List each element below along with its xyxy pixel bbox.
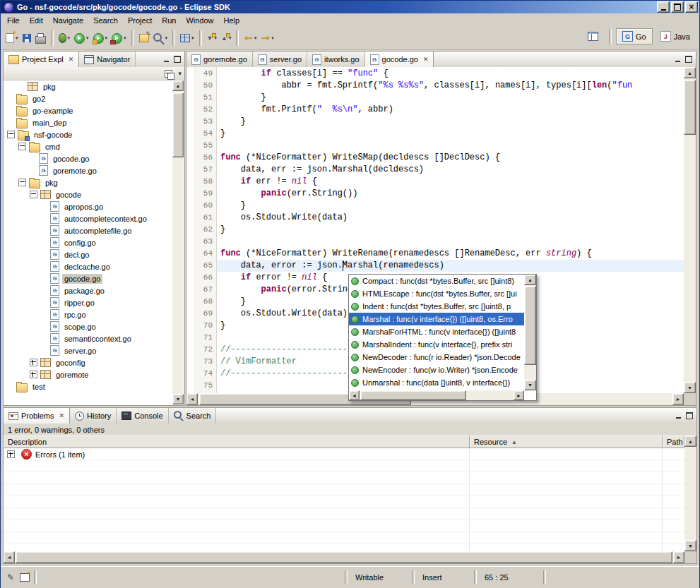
- tree-vertical-scrollbar[interactable]: ▲ ▼: [172, 80, 184, 404]
- tree-item-goremote-go[interactable]: goremote.go: [4, 164, 172, 176]
- completion-item-newdecoder[interactable]: NewDecoder : func(r io.Reader) *json.Dec…: [349, 351, 524, 364]
- dropdown-arrow-icon[interactable]: ▾: [165, 35, 168, 41]
- open-perspective-button[interactable]: [581, 29, 605, 44]
- code-line-54[interactable]: 54}: [186, 128, 684, 140]
- tree-item-server-go[interactable]: server.go: [4, 344, 172, 356]
- tree-item-gocode-go[interactable]: gocode.go: [4, 272, 172, 284]
- debug-button[interactable]: ▾: [57, 28, 73, 48]
- completion-item-compact[interactable]: Compact : func(dst *bytes.Buffer, src []…: [349, 275, 524, 287]
- code-line-64[interactable]: 64func (*NiceFormatter) WriteRename(rena…: [186, 248, 684, 260]
- editor-tab-goremote-go[interactable]: goremote.go: [186, 52, 253, 67]
- external-tools-button[interactable]: ▾: [109, 28, 129, 48]
- scroll-up-button[interactable]: ▲: [684, 436, 696, 447]
- tree-item-apropos-go[interactable]: apropos.go: [4, 200, 172, 212]
- scroll-down-button[interactable]: ▼: [524, 380, 536, 390]
- close-tab-icon[interactable]: ✕: [423, 56, 429, 63]
- forward-button[interactable]: ▾: [259, 28, 276, 48]
- tree-item-autocompletecontext-go[interactable]: autocompletecontext.go: [4, 212, 172, 224]
- code-line-53[interactable]: 53 }: [186, 116, 684, 128]
- code-line-52[interactable]: 52 fmt.Printf(" %s\n", abbr): [186, 104, 684, 116]
- menu-window[interactable]: Window: [181, 15, 218, 26]
- tree-item-pkg[interactable]: pkg: [4, 176, 172, 188]
- scroll-down-button[interactable]: ▼: [684, 540, 696, 551]
- dropdown-arrow-icon[interactable]: ▾: [271, 35, 274, 41]
- code-line-65[interactable]: 65 data, error := json.Marshal(renamedes…: [186, 260, 684, 272]
- open-resource-button[interactable]: [137, 28, 151, 48]
- dropdown-arrow-icon[interactable]: ▾: [16, 35, 18, 41]
- scroll-thumb[interactable]: [360, 390, 466, 400]
- tree-item-rpc-go[interactable]: rpc.go: [4, 308, 172, 320]
- completion-item-marshal[interactable]: Marshal : func(v interface{}) ([]uint8, …: [349, 313, 524, 325]
- dropdown-arrow-icon[interactable]: ▾: [191, 35, 194, 41]
- tab-search[interactable]: Search: [169, 408, 217, 424]
- code-line-59[interactable]: 59 panic(err.String()): [186, 188, 684, 200]
- tree-item-pkg[interactable]: pkg: [4, 80, 172, 92]
- scroll-left-button[interactable]: ◄: [186, 393, 198, 405]
- menu-file[interactable]: File: [2, 15, 25, 26]
- code-line-50[interactable]: 50 abbr = fmt.Sprintf("%s %s%s", classes…: [186, 80, 684, 92]
- tree-item-config-go[interactable]: config.go: [4, 236, 172, 248]
- search-button[interactable]: ▾: [151, 28, 170, 48]
- code-text[interactable]: }: [217, 116, 684, 128]
- completion-item-marshalforhtml[interactable]: MarshalForHTML : func(v interface{}) ([]…: [349, 325, 524, 338]
- dropdown-arrow-icon[interactable]: ▾: [86, 35, 89, 41]
- code-text[interactable]: [217, 236, 684, 248]
- tree-item-go2[interactable]: go2: [4, 92, 172, 104]
- code-line-49[interactable]: 49 if classes[i] == "func" {: [186, 68, 684, 80]
- new-button[interactable]: ▾: [4, 28, 20, 48]
- minimize-button[interactable]: [657, 1, 670, 13]
- scroll-thumb[interactable]: [524, 286, 536, 365]
- tab-problems[interactable]: Problems✕: [4, 408, 70, 424]
- tree-item-gocode[interactable]: gocode: [4, 188, 172, 200]
- editor-tab-server-go[interactable]: server.go: [253, 52, 307, 67]
- code-line-58[interactable]: 58 if err != nil {: [186, 176, 684, 188]
- maximize-view-button[interactable]: [172, 54, 183, 64]
- editor-vertical-scrollbar[interactable]: ▲ ▼: [684, 67, 696, 393]
- next-annotation-button[interactable]: ▾: [205, 28, 219, 48]
- code-line-62[interactable]: 62}: [186, 224, 684, 236]
- minimize-view-button[interactable]: [160, 54, 172, 64]
- collapse-icon[interactable]: [18, 179, 26, 186]
- open-type-button[interactable]: ▾: [178, 28, 196, 48]
- tree-item-decl-go[interactable]: decl.go: [4, 248, 172, 260]
- code-text[interactable]: os.Stdout.Write(data): [217, 212, 684, 224]
- scroll-right-button[interactable]: ►: [514, 390, 524, 400]
- tree-item-main-dep[interactable]: main_dep: [4, 116, 172, 128]
- scroll-up-button[interactable]: ▲: [172, 80, 184, 91]
- code-text[interactable]: }: [217, 224, 684, 236]
- menu-navigate[interactable]: Navigate: [48, 15, 88, 26]
- expand-icon[interactable]: [7, 450, 15, 458]
- popup-horizontal-scrollbar[interactable]: ◄ ►: [349, 390, 524, 400]
- title-bar[interactable]: Go - nsf-gocode/src/pkg/gocode/gocode.go…: [1, 1, 699, 13]
- maximize-view-button[interactable]: [684, 411, 695, 421]
- menu-edit[interactable]: Edit: [25, 15, 48, 26]
- completion-item-marshalindent[interactable]: MarshalIndent : func(v interface{}, pref…: [349, 338, 524, 351]
- close-button[interactable]: ×: [685, 1, 698, 13]
- fast-view-button[interactable]: [4, 571, 18, 584]
- maximize-view-button[interactable]: [683, 54, 694, 64]
- problems-horizontal-scrollbar[interactable]: ◄ ►: [4, 551, 684, 563]
- tree-item-gocode-go[interactable]: gocode.go: [4, 152, 172, 164]
- code-text[interactable]: }: [217, 92, 684, 104]
- code-text[interactable]: }: [217, 128, 684, 140]
- collapse-icon[interactable]: [18, 143, 26, 150]
- perspective-java[interactable]: Java: [654, 28, 696, 44]
- code-line-51[interactable]: 51 }: [186, 92, 684, 104]
- completion-item-unmarshal[interactable]: Unmarshal : func(data []uint8, v interfa…: [349, 376, 524, 389]
- column-header-path[interactable]: Path: [663, 436, 684, 448]
- expand-icon[interactable]: [30, 371, 37, 378]
- view-menu-icon[interactable]: [178, 70, 182, 77]
- collapse-icon[interactable]: [30, 191, 37, 198]
- code-line-55[interactable]: 55: [186, 140, 684, 152]
- tree-item-package-go[interactable]: package.go: [4, 284, 172, 296]
- scroll-thumb[interactable]: [172, 92, 184, 157]
- scroll-up-button[interactable]: ▲: [684, 67, 696, 78]
- code-text[interactable]: func (*NiceFormatter) WriteSMap(decldesc…: [217, 152, 684, 164]
- tab-project-expl[interactable]: Project Expl✕: [4, 52, 79, 67]
- code-text[interactable]: fmt.Printf(" %s\n", abbr): [217, 104, 684, 116]
- code-text[interactable]: data, error := json.Marshal(renamedescs): [217, 260, 684, 272]
- collapse-icon[interactable]: [7, 131, 15, 138]
- dropdown-arrow-icon[interactable]: ▾: [68, 35, 71, 41]
- tab-console[interactable]: Console: [117, 408, 168, 424]
- menu-help[interactable]: Help: [219, 15, 245, 26]
